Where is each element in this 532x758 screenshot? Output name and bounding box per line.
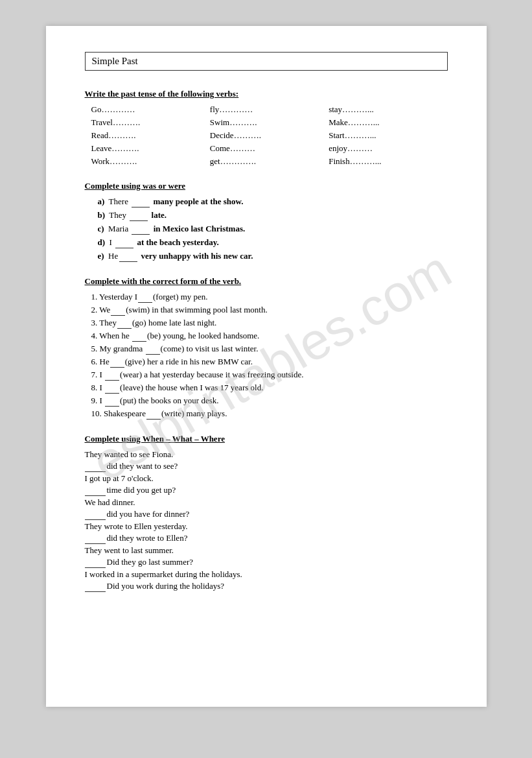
verb-item: Swim………. — [210, 117, 329, 128]
blank — [146, 344, 160, 355]
question: Did you work during the holidays? — [85, 581, 448, 592]
blank-b — [130, 210, 148, 221]
verb-item: Go………… — [91, 104, 210, 115]
blank — [117, 318, 132, 329]
numbered-item: 7. I (wear) a hat yesterday because it w… — [91, 370, 448, 381]
blank — [105, 383, 119, 394]
numbered-item: 1. Yesterday I (forget) my pen. — [91, 292, 448, 303]
section-past-tense: Write the past tense of the following ve… — [85, 89, 448, 167]
blank — [146, 409, 161, 420]
fill-item-a: a) There many people at the show. — [98, 196, 448, 207]
verb-item: Start………... — [329, 130, 447, 141]
fill-item-e: e) He very unhappy with his new car. — [98, 251, 448, 262]
section1-header: Write the past tense of the following ve… — [85, 89, 448, 99]
verb-item: Work………. — [91, 156, 210, 167]
verb-item: Leave………. — [91, 143, 210, 154]
blank-c — [132, 224, 150, 235]
section2-header: Complete using was or were — [85, 181, 448, 191]
verb-item: Come……… — [210, 143, 329, 154]
verb-item: Make………... — [329, 117, 447, 128]
section4-header: Complete using When – What – Where — [85, 434, 448, 444]
blank — [85, 461, 106, 472]
blank — [110, 357, 124, 368]
numbered-item: 2. We (swim) in that swimming pool last … — [91, 305, 448, 316]
blank-e — [119, 251, 137, 262]
blank — [85, 509, 106, 520]
blank — [111, 305, 125, 316]
verb-item: fly………… — [210, 104, 329, 115]
statement: They went to last summer. — [85, 545, 448, 556]
numbered-item: 5. My grandma (come) to visit us last wi… — [91, 344, 448, 355]
page-title: Simple Past — [92, 56, 138, 66]
blank-d — [115, 237, 133, 248]
question: did they wrote to Ellen? — [85, 533, 448, 544]
question: Did they go last summer? — [85, 557, 448, 568]
section-when-what-where: Complete using When – What – Where They … — [85, 434, 448, 592]
question: did they want to see? — [85, 461, 448, 472]
numbered-item: 9. I (put) the books on your desk. — [91, 396, 448, 407]
verb-item: stay………... — [329, 104, 447, 115]
verb-item: Finish………... — [329, 156, 447, 167]
numbered-item: 8. I (leave) the house when I was 17 yea… — [91, 383, 448, 394]
blank — [132, 331, 146, 342]
fill-item-d: d) I at the beach yesterday. — [98, 237, 448, 248]
worksheet-page: eslprintables.com Simple Past Write the … — [46, 26, 487, 707]
blank — [85, 533, 106, 544]
title-box: Simple Past — [85, 52, 448, 71]
blank — [85, 557, 106, 568]
verb-item: Travel………. — [91, 117, 210, 128]
blank — [105, 396, 119, 407]
statement: I worked in a supermarket during the hol… — [85, 569, 448, 580]
fill-item-c: c) Maria in Mexico last Christmas. — [98, 224, 448, 235]
question: did you have for dinner? — [85, 509, 448, 520]
blank — [85, 485, 106, 496]
numbered-list: 1. Yesterday I (forget) my pen. 2. We (s… — [91, 292, 448, 420]
section-was-were: Complete using was or were a) There many… — [85, 181, 448, 262]
section-verb-form: Complete with the correct form of the ve… — [85, 276, 448, 420]
statement: They wrote to Ellen yesterday. — [85, 521, 448, 532]
numbered-item: 4. When he (be) young, he looked handsom… — [91, 331, 448, 342]
statement: They wanted to see Fiona. — [85, 449, 448, 460]
blank — [85, 581, 106, 592]
question: time did you get up? — [85, 485, 448, 496]
verb-item: Read………. — [91, 130, 210, 141]
verb-item: get…………. — [210, 156, 329, 167]
verb-item: Decide………. — [210, 130, 329, 141]
statement: We had dinner. — [85, 497, 448, 508]
blank — [138, 292, 152, 303]
verb-item: enjoy……… — [329, 143, 447, 154]
numbered-item: 6. He (give) her a ride in his new BMW c… — [91, 357, 448, 368]
section3-header: Complete with the correct form of the ve… — [85, 276, 448, 287]
verb-grid: Go………… fly………… stay………... Travel………. Swi… — [91, 104, 448, 167]
fill-item-b: b) They late. — [98, 210, 448, 221]
numbered-item: 10. Shakespeare (write) many plays. — [91, 409, 448, 420]
blank — [105, 370, 119, 381]
blank-a — [132, 196, 150, 207]
numbered-item: 3. They (go) home late last night. — [91, 318, 448, 329]
statement: I got up at 7 o'clock. — [85, 473, 448, 484]
